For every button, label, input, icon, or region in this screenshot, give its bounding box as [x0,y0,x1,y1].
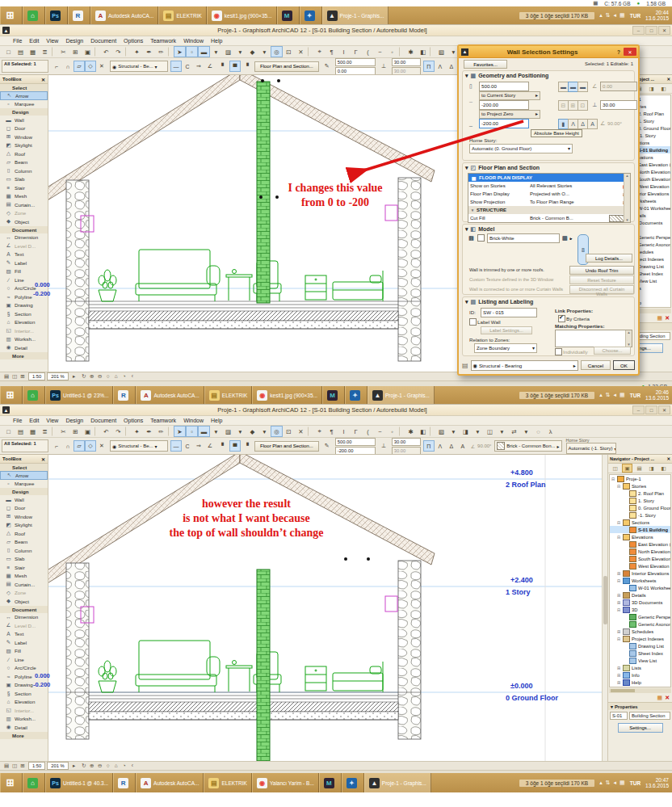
close-icon[interactable]: ✕ [666,456,670,461]
redo-icon[interactable]: ↷ [112,46,124,57]
layout-book-icon[interactable]: ◨ [646,84,657,93]
tree-expander-icon[interactable]: ⊞ [616,600,621,605]
navigator-item[interactable]: North Elevation [610,548,670,555]
maximize-button[interactable]: □ [645,406,657,414]
taskbar-start-button[interactable]: ⊞ [0,6,23,24]
zoom-level-button[interactable]: 201 % [47,762,68,770]
tray-network-icon[interactable]: ⇅ [606,392,611,398]
corner-icon[interactable]: Γ [350,426,362,437]
navigator-item[interactable]: ⊟ Worksheets [610,577,670,584]
navigator-item[interactable]: ⊟ Sections [638,139,670,146]
publisher-set-icon[interactable]: ◧ [417,46,429,57]
refline-center-icon[interactable]: ▀ [229,61,241,72]
navigator-item[interactable]: 0. Ground Floor [638,124,670,132]
separator[interactable] [399,427,404,436]
taskbar-folder-elektrik[interactable]: ▤ ELEKTRIK [204,773,251,792]
renovation-filter-combo[interactable]: ◉ Structural - Be... ▾ [110,440,168,452]
separator[interactable] [94,427,99,436]
structure-header-row[interactable]: ▾STRUCTURE [468,206,630,214]
toolbox-header-select[interactable]: Select [0,464,48,471]
taskbar-archicad[interactable]: ▲ Proje-1 - Graphis... [368,386,435,404]
toolbox-item-wall[interactable]: ▬ Wall [0,116,48,124]
navigator-item[interactable]: ⊞ 3D Documents [610,599,670,606]
refline-top-icon[interactable]: ▘ [218,61,229,72]
wall-height-field[interactable]: 500.00 [335,58,376,66]
cancel-button[interactable]: Cancel [581,360,611,370]
menu-item[interactable]: Teamwork [150,38,176,44]
zoom-in-icon[interactable]: ⊕ [88,373,96,380]
refline-center-icon[interactable]: ▀ [229,440,241,452]
grid-snap-icon[interactable]: ⊡ [283,426,295,437]
taskbar-photoshop[interactable]: Ps [45,6,68,24]
separator[interactable] [52,47,57,57]
separator[interactable] [125,427,130,436]
toolbox-item-fill[interactable]: ▨ Fill [0,267,48,276]
cut-icon[interactable]: ✂ [57,46,69,57]
pane-section-icon[interactable]: ▤ [2,763,10,769]
dropdown-icon[interactable]: ▾ [258,426,271,437]
menu-item[interactable]: View [46,38,58,44]
taskbar-autocad[interactable]: A Autodesk AutoCA... [136,386,204,404]
toolbox-item-column[interactable]: ▯ Column [0,546,48,555]
taskbar-autocad[interactable]: A Autodesk AutoCA... [90,6,158,24]
navigator-new-icon[interactable]: ▦ [657,695,663,701]
wall-slanted-icon[interactable]: Λ [435,440,446,452]
label-tool-icon[interactable]: I [338,426,350,437]
layout-icon[interactable]: ▧ [435,46,447,57]
menu-item[interactable]: Window [183,38,204,44]
navigator-item[interactable]: 1. Story [638,117,670,124]
settings-button[interactable]: Settings... [638,343,663,353]
toolbox-item-text[interactable]: A Text [0,630,48,639]
wall-poly-icon[interactable]: ◇ [85,61,96,72]
navigator-item[interactable]: ⊞ Help [638,299,670,306]
taskbar-app-blue[interactable]: ✦ [342,773,364,792]
tree-expander-icon[interactable]: ⊞ [616,673,621,678]
save-icon[interactable]: ▦ [27,46,39,57]
undo-roof-trim-button[interactable]: Undo Roof Trim [569,266,634,275]
toolbox-item-label[interactable]: ✎ Label [0,258,48,267]
matching-scrollbar[interactable]: ▲▼ [625,330,632,347]
close-icon[interactable]: ✕ [41,456,45,462]
freehand-icon[interactable]: ~ [374,46,386,57]
language-indicator[interactable]: TUR [630,393,640,398]
scroll-left-icon[interactable]: ‹ [128,373,136,380]
navigator-item[interactable]: ⊞ Info [638,292,670,299]
dropdown-icon[interactable]: ▾ [447,426,460,437]
layout-book-icon[interactable]: ◨ [646,464,657,473]
layer-combo[interactable]: ◉ Structural - Bearing ▸ [471,360,578,371]
maximize-button[interactable]: □ [645,26,657,35]
minimize-button[interactable]: – [632,406,645,414]
copy-icon[interactable]: ⊞ [69,46,82,57]
tree-expander-icon[interactable]: ⊟ [616,520,621,525]
floorplan-setting-row[interactable]: Show ProjectionTo Floor Plan Range⊠ [468,198,630,206]
taskbar-3dsmax[interactable]: M [277,6,300,24]
scale-button[interactable]: 1:50 [28,762,45,770]
fill-tool-icon[interactable]: ▨ [222,46,234,57]
tree-expander-icon[interactable]: ⊞ [616,593,621,598]
web-icon[interactable]: ◌ [532,426,544,437]
goto-icon[interactable]: ⇄ [508,426,520,437]
floor-plan-and-section-button[interactable]: Floor Plan and Section... [254,441,319,452]
close-icon[interactable]: ✕ [41,77,45,82]
save-icon[interactable]: ▦ [27,426,39,437]
toolbox-item-arc-circle[interactable]: ○ Arc/Circle [0,664,48,673]
refline-bottom-icon[interactable]: ▝ [241,61,252,72]
tray-volume-icon[interactable]: ◂ [614,780,617,786]
tray-flag-icon[interactable]: ▦ [620,780,625,786]
navigator-item[interactable]: ⊟ Sections [610,519,670,526]
navigator-item[interactable]: -1. Story [610,511,670,519]
wall-single-icon[interactable]: ⌐ [51,440,62,452]
taskbar-3dsmax[interactable]: M [319,773,342,792]
arc-tool-icon[interactable]: ( [362,46,374,57]
selected-wall-moved[interactable] [257,570,270,761]
arrow-mode-icon[interactable]: ➤ [174,426,186,437]
toolbox-item-arrow[interactable]: ↖ Arrow [0,471,48,480]
navigator-item[interactable]: Generic Perspec... [638,233,670,241]
taskbar-start-button[interactable]: ⊞ [0,773,23,792]
toolbox-item-door[interactable]: ◻ Door [0,504,48,513]
menu-item[interactable]: Edit [29,418,39,423]
navigator-item[interactable]: ⊟ Stories [610,482,670,490]
tree-expander-icon[interactable]: ⊟ [616,637,621,641]
material-combo[interactable]: Brick-White [487,233,560,243]
tray-volume-icon[interactable]: ◂ [614,392,617,398]
